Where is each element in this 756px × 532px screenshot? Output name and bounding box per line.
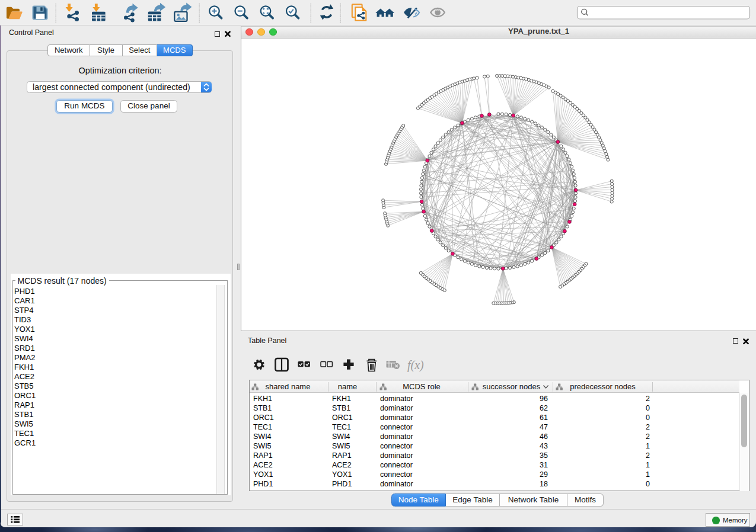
svg-text:f(x): f(x) xyxy=(407,358,424,372)
